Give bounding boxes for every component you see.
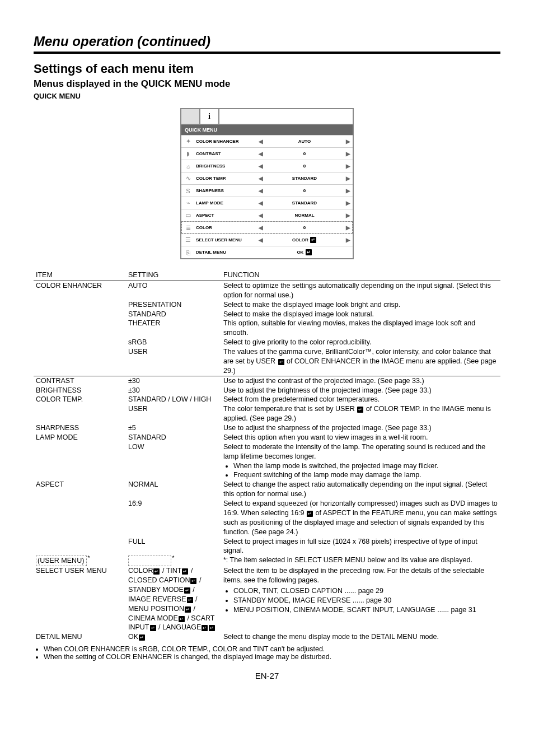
cell-setting — [126, 461, 221, 480]
osd-row-label: DETAIL MENU — [195, 250, 256, 255]
cell-function: The values of the gamma curve, Brilliant… — [221, 347, 500, 376]
notes: When COLOR ENHANCER is sRGB, COLOR TEMP.… — [34, 645, 500, 661]
osd-row-icon: ◗ — [181, 150, 195, 157]
cell-setting: STANDARD — [126, 310, 221, 319]
enter-icon: ↵ — [185, 606, 191, 613]
osd-row-value: OK ↵ — [265, 249, 344, 255]
cell-function: Select this option when you want to view… — [221, 433, 500, 442]
table-row: FULLSelect to project images in full siz… — [34, 537, 500, 556]
osd-row-icon: ▭ — [181, 212, 195, 219]
table-row: (USER MENU) *: The item selected in SELE… — [34, 556, 500, 566]
right-arrow-icon: ▶ — [344, 237, 353, 243]
list-item: When the lamp mode is switched, the proj… — [233, 461, 498, 471]
cell-setting: ±5 — [126, 423, 221, 433]
table-row: USERThe values of the gamma curve, Brill… — [34, 347, 500, 376]
osd-row: ☼BRIGHTNESS◀0▶ — [181, 160, 353, 172]
cell-setting: ±30 — [126, 376, 221, 385]
page: Menu operation (continued) Settings of e… — [0, 0, 534, 703]
table-row: DETAIL MENUOK↵Select to change the menu … — [34, 632, 500, 642]
dashed-box: (USER MENU) — [36, 556, 87, 566]
table-row: SELECT USER MENUCOLOR↵ / TINT↵ / CLOSED … — [34, 566, 500, 632]
osd-row: ☰SELECT USER MENU◀COLOR ↵▶ — [181, 234, 353, 246]
osd-row-label: CONTRAST — [195, 151, 256, 156]
heading-settings: Settings of each menu item — [34, 62, 500, 76]
osd-row-icon: ≣ — [181, 224, 195, 231]
osd-row: ⌁LAMP MODE◀STANDARD▶ — [181, 197, 353, 209]
osd-row-icon: ☼ — [181, 163, 195, 170]
left-arrow-icon: ◀ — [256, 138, 265, 144]
osd-row: ∿COLOR TEMP.◀STANDARD▶ — [181, 172, 353, 184]
cell-setting: OK↵ — [126, 632, 221, 642]
osd-row: ≣COLOR◀0▶ — [181, 221, 353, 234]
cell-item: ASPECT — [34, 480, 126, 499]
table-row: CONTRAST±30Use to adjust the contrast of… — [34, 376, 500, 385]
cell-item — [34, 499, 126, 537]
right-arrow-icon: ▶ — [344, 188, 353, 194]
enter-icon: ↵ — [306, 249, 312, 255]
left-arrow-icon: ◀ — [256, 163, 265, 169]
osd-row-label: LAMP MODE — [195, 200, 256, 206]
cell-item: CONTRAST — [34, 376, 126, 385]
left-arrow-icon: ◀ — [256, 188, 265, 194]
osd-row-label: SHARPNESS — [195, 188, 256, 193]
cell-item: SHARPNESS — [34, 423, 126, 433]
table-row: LAMP MODESTANDARDSelect this option when… — [34, 433, 500, 442]
osd-tab-blank — [181, 109, 200, 124]
table-row: When the lamp mode is switched, the proj… — [34, 461, 500, 480]
osd-header: QUICK MENU — [181, 125, 353, 135]
osd-row-icon: ☰ — [181, 236, 195, 244]
osd-row-value: 0 — [265, 151, 344, 156]
heading-menus: Menus displayed in the QUICK MENU mode — [34, 78, 500, 90]
osd-row-value: 0 — [265, 164, 344, 169]
cell-function: Use to adjust the sharpness of the proje… — [221, 423, 500, 433]
right-arrow-icon: ▶ — [344, 200, 353, 206]
osd-row-label: COLOR — [195, 225, 256, 230]
cell-function: When the lamp mode is switched, the proj… — [221, 461, 500, 480]
cell-setting: ±30 — [126, 386, 221, 395]
enter-icon: ↵ — [179, 616, 185, 622]
cell-item — [34, 300, 126, 310]
osd-row-label: BRIGHTNESS — [195, 164, 256, 169]
cell-function: Select to moderate the intensity of the … — [221, 442, 500, 461]
page-title: Menu operation (continued) — [34, 34, 500, 54]
table-row: COLOR TEMP.STANDARD / LOW / HIGHSelect f… — [34, 395, 500, 404]
table-row: 16:9Select to expand squeezed (or horizo… — [34, 499, 500, 537]
cell-setting: STANDARD — [126, 433, 221, 442]
table-header-row: ITEM SETTING FUNCTION — [34, 270, 500, 281]
note-item: When the setting of COLOR ENHANCER is ch… — [44, 653, 500, 661]
right-arrow-icon: ▶ — [344, 163, 353, 169]
osd-row-label: SELECT USER MENU — [195, 237, 256, 242]
cell-function: *: The item selected in SELECT USER MENU… — [221, 556, 500, 566]
osd-row-label: COLOR TEMP. — [195, 176, 256, 181]
cell-setting: 16:9 — [126, 499, 221, 537]
cell-item: LAMP MODE — [34, 433, 126, 442]
osd-row: ▭ASPECT◀NORMAL▶ — [181, 209, 353, 221]
cell-setting: COLOR↵ / TINT↵ / CLOSED CAPTION↵ / STAND… — [126, 566, 221, 632]
cell-item: SELECT USER MENU — [34, 566, 126, 632]
cell-setting: sRGB — [126, 338, 221, 347]
list-item: COLOR, TINT, CLOSED CAPTION ...... page … — [233, 586, 498, 596]
cell-function: The color temperature that is set by USE… — [221, 404, 500, 423]
enter-icon: ↵ — [278, 359, 284, 365]
table-row: STANDARDSelect to make the displayed ima… — [34, 310, 500, 319]
cell-setting: FULL — [126, 537, 221, 556]
table-row: LOWSelect to moderate the intensity of t… — [34, 442, 500, 461]
osd-row-icon: S — [181, 188, 195, 194]
cell-function: Select to change the aspect ratio automa… — [221, 480, 500, 499]
page-number: EN-27 — [34, 671, 500, 680]
osd-row: ⎘DETAIL MENUOK ↵ — [181, 246, 353, 258]
cell-function: Select to make the displayed image look … — [221, 310, 500, 319]
cell-item — [34, 537, 126, 556]
heading-quick: QUICK MENU — [34, 92, 500, 100]
osd-row-icon: ✦ — [181, 138, 195, 145]
th-item: ITEM — [34, 270, 126, 281]
osd-row: ✦COLOR ENHANCER◀AUTO▶ — [181, 135, 353, 147]
enter-icon: ↵ — [307, 511, 313, 517]
cell-setting: PRESENTATION — [126, 300, 221, 310]
enter-icon: ↵ — [153, 568, 160, 575]
enter-icon: ↵ — [202, 625, 208, 631]
cell-function: Use to adjust the contrast of the projec… — [221, 376, 500, 385]
table-row: THEATERThis option, suitable for viewing… — [34, 319, 500, 338]
enter-icon: ↵ — [190, 578, 196, 584]
cell-setting: THEATER — [126, 319, 221, 338]
